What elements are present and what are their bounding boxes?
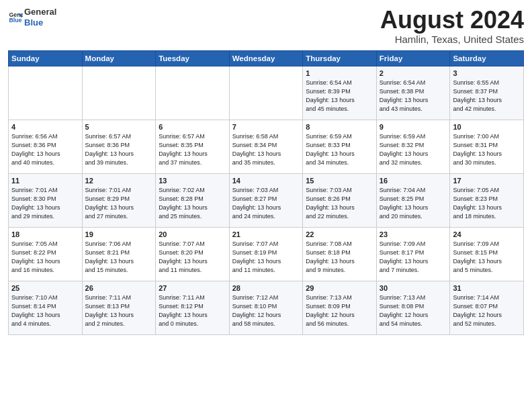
logo-general-text: General bbox=[24, 7, 56, 17]
day-info: Sunrise: 7:14 AM Sunset: 8:07 PM Dayligh… bbox=[453, 293, 521, 328]
day-number: 28 bbox=[232, 284, 300, 292]
day-info: Sunrise: 7:02 AM Sunset: 8:28 PM Dayligh… bbox=[159, 186, 226, 221]
calendar-week-3: 11Sunrise: 7:01 AM Sunset: 8:30 PM Dayli… bbox=[9, 173, 524, 227]
logo: General Blue General Blue bbox=[8, 7, 56, 28]
day-info: Sunrise: 6:54 AM Sunset: 8:39 PM Dayligh… bbox=[306, 79, 373, 113]
calendar-cell bbox=[9, 66, 83, 120]
day-info: Sunrise: 7:11 AM Sunset: 8:12 PM Dayligh… bbox=[159, 293, 226, 328]
day-number: 1 bbox=[306, 69, 373, 77]
location: Hamlin, Texas, United States bbox=[380, 34, 524, 45]
day-info: Sunrise: 7:10 AM Sunset: 8:14 PM Dayligh… bbox=[11, 293, 79, 328]
calendar-cell: 26Sunrise: 7:11 AM Sunset: 8:13 PM Dayli… bbox=[82, 281, 156, 334]
day-number: 3 bbox=[453, 69, 521, 77]
day-number: 10 bbox=[453, 123, 521, 131]
day-info: Sunrise: 7:13 AM Sunset: 8:08 PM Dayligh… bbox=[380, 293, 447, 328]
calendar-cell: 5Sunrise: 6:57 AM Sunset: 8:36 PM Daylig… bbox=[82, 120, 156, 173]
calendar-week-5: 25Sunrise: 7:10 AM Sunset: 8:14 PM Dayli… bbox=[9, 281, 524, 334]
calendar-cell: 19Sunrise: 7:06 AM Sunset: 8:21 PM Dayli… bbox=[82, 227, 156, 281]
calendar-cell: 20Sunrise: 7:07 AM Sunset: 8:20 PM Dayli… bbox=[156, 227, 230, 281]
logo-icon: General Blue bbox=[8, 10, 23, 25]
col-wednesday: Wednesday bbox=[229, 50, 303, 66]
day-info: Sunrise: 6:54 AM Sunset: 8:38 PM Dayligh… bbox=[380, 79, 447, 113]
day-number: 18 bbox=[11, 230, 79, 238]
day-info: Sunrise: 6:58 AM Sunset: 8:34 PM Dayligh… bbox=[232, 132, 300, 167]
calendar-cell: 15Sunrise: 7:03 AM Sunset: 8:26 PM Dayli… bbox=[303, 173, 377, 227]
day-number: 14 bbox=[232, 177, 300, 185]
day-info: Sunrise: 7:00 AM Sunset: 8:31 PM Dayligh… bbox=[453, 132, 521, 167]
calendar-week-2: 4Sunrise: 6:56 AM Sunset: 8:36 PM Daylig… bbox=[9, 120, 524, 173]
calendar-cell: 29Sunrise: 7:13 AM Sunset: 8:09 PM Dayli… bbox=[303, 281, 377, 334]
calendar-cell: 1Sunrise: 6:54 AM Sunset: 8:39 PM Daylig… bbox=[303, 66, 377, 120]
day-number: 12 bbox=[85, 177, 153, 185]
calendar-week-4: 18Sunrise: 7:05 AM Sunset: 8:22 PM Dayli… bbox=[9, 227, 524, 281]
calendar-cell: 2Sunrise: 6:54 AM Sunset: 8:38 PM Daylig… bbox=[376, 66, 450, 120]
day-number: 9 bbox=[380, 123, 447, 131]
calendar-cell: 16Sunrise: 7:04 AM Sunset: 8:25 PM Dayli… bbox=[376, 173, 450, 227]
col-tuesday: Tuesday bbox=[156, 50, 230, 66]
day-info: Sunrise: 6:59 AM Sunset: 8:33 PM Dayligh… bbox=[306, 132, 373, 167]
calendar-cell: 6Sunrise: 6:57 AM Sunset: 8:35 PM Daylig… bbox=[156, 120, 230, 173]
header-row: Sunday Monday Tuesday Wednesday Thursday… bbox=[9, 50, 524, 66]
day-number: 22 bbox=[306, 230, 373, 238]
calendar-cell: 7Sunrise: 6:58 AM Sunset: 8:34 PM Daylig… bbox=[229, 120, 303, 173]
col-sunday: Sunday bbox=[9, 50, 83, 66]
main-container: General Blue General Blue August 2024 Ha… bbox=[0, 0, 532, 340]
day-info: Sunrise: 6:55 AM Sunset: 8:37 PM Dayligh… bbox=[453, 79, 521, 113]
day-number: 26 bbox=[85, 284, 153, 292]
calendar-cell bbox=[156, 66, 230, 120]
day-info: Sunrise: 6:57 AM Sunset: 8:36 PM Dayligh… bbox=[85, 132, 153, 167]
calendar-cell: 14Sunrise: 7:03 AM Sunset: 8:27 PM Dayli… bbox=[229, 173, 303, 227]
calendar-cell: 11Sunrise: 7:01 AM Sunset: 8:30 PM Dayli… bbox=[9, 173, 83, 227]
calendar-cell: 10Sunrise: 7:00 AM Sunset: 8:31 PM Dayli… bbox=[450, 120, 524, 173]
calendar-table: Sunday Monday Tuesday Wednesday Thursday… bbox=[8, 50, 524, 335]
day-info: Sunrise: 7:04 AM Sunset: 8:25 PM Dayligh… bbox=[380, 186, 447, 221]
day-number: 17 bbox=[453, 177, 521, 185]
day-info: Sunrise: 7:12 AM Sunset: 8:10 PM Dayligh… bbox=[232, 293, 300, 328]
day-number: 8 bbox=[306, 123, 373, 131]
day-number: 19 bbox=[85, 230, 153, 238]
calendar-week-1: 1Sunrise: 6:54 AM Sunset: 8:39 PM Daylig… bbox=[9, 66, 524, 120]
logo-blue-text: Blue bbox=[24, 17, 56, 28]
header: General Blue General Blue August 2024 Ha… bbox=[8, 7, 524, 45]
day-number: 23 bbox=[380, 230, 447, 238]
day-info: Sunrise: 7:09 AM Sunset: 8:15 PM Dayligh… bbox=[453, 240, 521, 275]
day-info: Sunrise: 7:09 AM Sunset: 8:17 PM Dayligh… bbox=[380, 240, 447, 275]
day-number: 15 bbox=[306, 177, 373, 185]
calendar-cell: 21Sunrise: 7:07 AM Sunset: 8:19 PM Dayli… bbox=[229, 227, 303, 281]
calendar-cell: 24Sunrise: 7:09 AM Sunset: 8:15 PM Dayli… bbox=[450, 227, 524, 281]
month-title: August 2024 bbox=[380, 7, 524, 34]
day-number: 7 bbox=[232, 123, 300, 131]
calendar-cell: 9Sunrise: 6:59 AM Sunset: 8:32 PM Daylig… bbox=[376, 120, 450, 173]
day-info: Sunrise: 7:06 AM Sunset: 8:21 PM Dayligh… bbox=[85, 240, 153, 275]
day-info: Sunrise: 7:01 AM Sunset: 8:30 PM Dayligh… bbox=[11, 186, 79, 221]
day-info: Sunrise: 7:07 AM Sunset: 8:19 PM Dayligh… bbox=[232, 240, 300, 275]
day-info: Sunrise: 6:57 AM Sunset: 8:35 PM Dayligh… bbox=[159, 132, 226, 167]
day-number: 11 bbox=[11, 177, 79, 185]
day-number: 2 bbox=[380, 69, 447, 77]
svg-text:Blue: Blue bbox=[9, 16, 21, 23]
day-number: 4 bbox=[11, 123, 79, 131]
calendar-cell: 18Sunrise: 7:05 AM Sunset: 8:22 PM Dayli… bbox=[9, 227, 83, 281]
col-monday: Monday bbox=[82, 50, 156, 66]
calendar-cell: 22Sunrise: 7:08 AM Sunset: 8:18 PM Dayli… bbox=[303, 227, 377, 281]
calendar-cell bbox=[229, 66, 303, 120]
calendar-cell: 8Sunrise: 6:59 AM Sunset: 8:33 PM Daylig… bbox=[303, 120, 377, 173]
col-thursday: Thursday bbox=[303, 50, 377, 66]
col-saturday: Saturday bbox=[450, 50, 524, 66]
calendar-cell: 23Sunrise: 7:09 AM Sunset: 8:17 PM Dayli… bbox=[376, 227, 450, 281]
day-info: Sunrise: 6:56 AM Sunset: 8:36 PM Dayligh… bbox=[11, 132, 79, 167]
day-number: 6 bbox=[159, 123, 226, 131]
day-info: Sunrise: 7:03 AM Sunset: 8:26 PM Dayligh… bbox=[306, 186, 373, 221]
day-info: Sunrise: 7:05 AM Sunset: 8:23 PM Dayligh… bbox=[453, 186, 521, 221]
day-number: 21 bbox=[232, 230, 300, 238]
day-number: 27 bbox=[159, 284, 226, 292]
calendar-cell: 4Sunrise: 6:56 AM Sunset: 8:36 PM Daylig… bbox=[9, 120, 83, 173]
day-info: Sunrise: 7:03 AM Sunset: 8:27 PM Dayligh… bbox=[232, 186, 300, 221]
calendar-cell: 3Sunrise: 6:55 AM Sunset: 8:37 PM Daylig… bbox=[450, 66, 524, 120]
calendar-cell: 17Sunrise: 7:05 AM Sunset: 8:23 PM Dayli… bbox=[450, 173, 524, 227]
calendar-cell: 13Sunrise: 7:02 AM Sunset: 8:28 PM Dayli… bbox=[156, 173, 230, 227]
calendar-cell bbox=[82, 66, 156, 120]
title-block: August 2024 Hamlin, Texas, United States bbox=[380, 7, 524, 45]
day-info: Sunrise: 7:01 AM Sunset: 8:29 PM Dayligh… bbox=[85, 186, 153, 221]
calendar-cell: 30Sunrise: 7:13 AM Sunset: 8:08 PM Dayli… bbox=[376, 281, 450, 334]
